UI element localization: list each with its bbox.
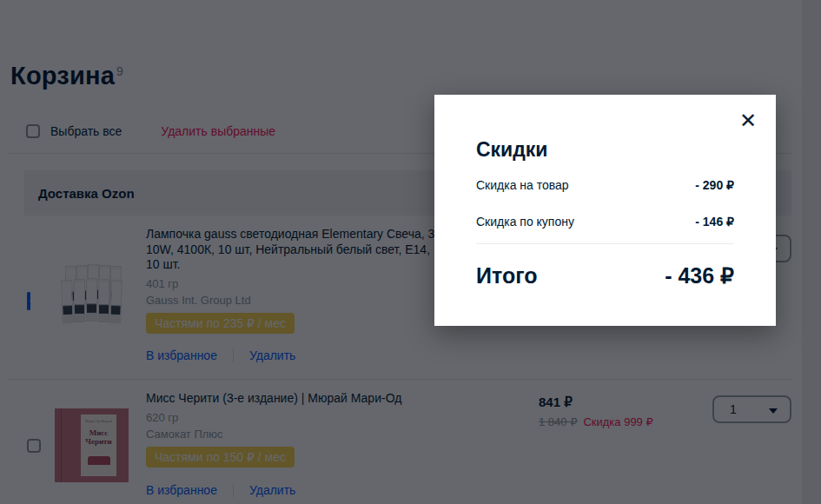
discount-row: Скидка на товар - 290 ₽ <box>476 178 734 192</box>
discount-row-value: - 290 ₽ <box>695 178 734 192</box>
discount-row-label: Скидка по купону <box>476 215 574 229</box>
discounts-modal: ✕ Скидки Скидка на товар - 290 ₽ Скидка … <box>434 95 776 326</box>
modal-divider <box>476 243 734 244</box>
modal-total-row: Итого - 436 ₽ <box>476 263 734 288</box>
discount-row: Скидка по купону - 146 ₽ <box>476 215 734 229</box>
modal-title: Скидки <box>476 138 548 162</box>
modal-total-value: - 436 ₽ <box>665 263 734 288</box>
modal-total-label: Итого <box>476 263 538 288</box>
discount-row-value: - 146 ₽ <box>695 215 734 229</box>
discount-row-label: Скидка на товар <box>476 178 569 192</box>
close-icon[interactable]: ✕ <box>739 110 757 131</box>
